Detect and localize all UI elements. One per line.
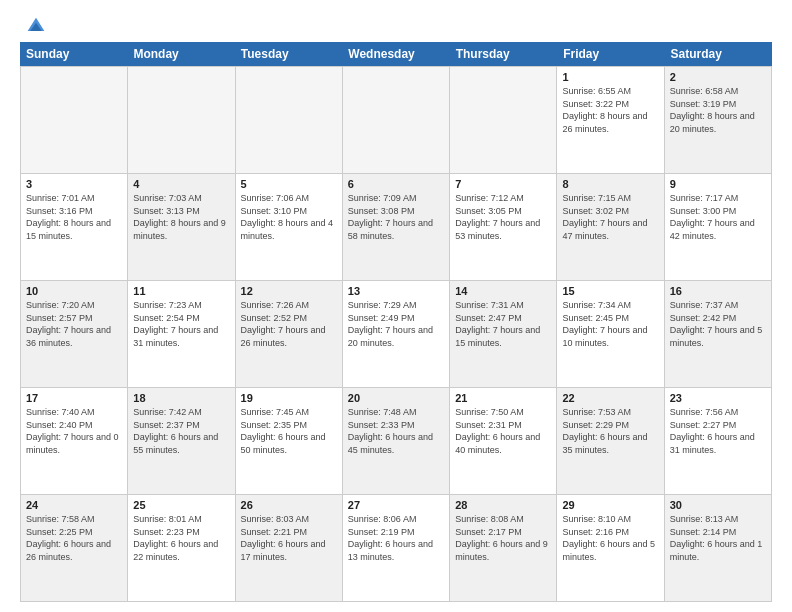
day-number: 6 [348, 178, 444, 190]
calendar-cell: 20Sunrise: 7:48 AMSunset: 2:33 PMDayligh… [343, 388, 450, 494]
day-info: Sunrise: 8:10 AMSunset: 2:16 PMDaylight:… [562, 513, 658, 563]
day-number: 21 [455, 392, 551, 404]
day-info: Sunrise: 8:03 AMSunset: 2:21 PMDaylight:… [241, 513, 337, 563]
calendar-cell [21, 67, 128, 173]
day-info: Sunrise: 7:58 AMSunset: 2:25 PMDaylight:… [26, 513, 122, 563]
day-info: Sunrise: 7:45 AMSunset: 2:35 PMDaylight:… [241, 406, 337, 456]
page: SundayMondayTuesdayWednesdayThursdayFrid… [0, 0, 792, 612]
day-info: Sunrise: 7:03 AMSunset: 3:13 PMDaylight:… [133, 192, 229, 242]
calendar-cell: 10Sunrise: 7:20 AMSunset: 2:57 PMDayligh… [21, 281, 128, 387]
day-info: Sunrise: 7:31 AMSunset: 2:47 PMDaylight:… [455, 299, 551, 349]
calendar-cell: 3Sunrise: 7:01 AMSunset: 3:16 PMDaylight… [21, 174, 128, 280]
weekday-header: Saturday [665, 42, 772, 66]
calendar-cell: 5Sunrise: 7:06 AMSunset: 3:10 PMDaylight… [236, 174, 343, 280]
calendar-cell: 23Sunrise: 7:56 AMSunset: 2:27 PMDayligh… [665, 388, 772, 494]
day-number: 1 [562, 71, 658, 83]
day-number: 12 [241, 285, 337, 297]
weekday-header: Friday [557, 42, 664, 66]
calendar-cell: 17Sunrise: 7:40 AMSunset: 2:40 PMDayligh… [21, 388, 128, 494]
logo [20, 16, 46, 32]
calendar-cell: 2Sunrise: 6:58 AMSunset: 3:19 PMDaylight… [665, 67, 772, 173]
calendar-cell: 14Sunrise: 7:31 AMSunset: 2:47 PMDayligh… [450, 281, 557, 387]
day-info: Sunrise: 8:13 AMSunset: 2:14 PMDaylight:… [670, 513, 766, 563]
header [20, 16, 772, 32]
day-number: 4 [133, 178, 229, 190]
day-info: Sunrise: 7:17 AMSunset: 3:00 PMDaylight:… [670, 192, 766, 242]
day-number: 26 [241, 499, 337, 511]
day-info: Sunrise: 7:01 AMSunset: 3:16 PMDaylight:… [26, 192, 122, 242]
day-number: 18 [133, 392, 229, 404]
day-info: Sunrise: 7:56 AMSunset: 2:27 PMDaylight:… [670, 406, 766, 456]
day-number: 25 [133, 499, 229, 511]
calendar-cell [450, 67, 557, 173]
calendar-cell: 9Sunrise: 7:17 AMSunset: 3:00 PMDaylight… [665, 174, 772, 280]
calendar-cell: 13Sunrise: 7:29 AMSunset: 2:49 PMDayligh… [343, 281, 450, 387]
day-info: Sunrise: 8:06 AMSunset: 2:19 PMDaylight:… [348, 513, 444, 563]
weekday-header: Tuesday [235, 42, 342, 66]
day-info: Sunrise: 7:06 AMSunset: 3:10 PMDaylight:… [241, 192, 337, 242]
calendar-cell: 19Sunrise: 7:45 AMSunset: 2:35 PMDayligh… [236, 388, 343, 494]
day-info: Sunrise: 7:29 AMSunset: 2:49 PMDaylight:… [348, 299, 444, 349]
calendar-cell: 24Sunrise: 7:58 AMSunset: 2:25 PMDayligh… [21, 495, 128, 601]
day-info: Sunrise: 6:58 AMSunset: 3:19 PMDaylight:… [670, 85, 766, 135]
day-number: 3 [26, 178, 122, 190]
logo-icon [26, 16, 46, 36]
calendar-cell: 30Sunrise: 8:13 AMSunset: 2:14 PMDayligh… [665, 495, 772, 601]
calendar-cell: 1Sunrise: 6:55 AMSunset: 3:22 PMDaylight… [557, 67, 664, 173]
calendar-cell: 4Sunrise: 7:03 AMSunset: 3:13 PMDaylight… [128, 174, 235, 280]
day-info: Sunrise: 8:01 AMSunset: 2:23 PMDaylight:… [133, 513, 229, 563]
day-number: 8 [562, 178, 658, 190]
day-number: 24 [26, 499, 122, 511]
calendar-cell [128, 67, 235, 173]
calendar-cell: 25Sunrise: 8:01 AMSunset: 2:23 PMDayligh… [128, 495, 235, 601]
day-number: 20 [348, 392, 444, 404]
day-number: 19 [241, 392, 337, 404]
weekday-header: Thursday [450, 42, 557, 66]
day-info: Sunrise: 7:09 AMSunset: 3:08 PMDaylight:… [348, 192, 444, 242]
day-number: 13 [348, 285, 444, 297]
calendar-cell: 16Sunrise: 7:37 AMSunset: 2:42 PMDayligh… [665, 281, 772, 387]
day-info: Sunrise: 7:34 AMSunset: 2:45 PMDaylight:… [562, 299, 658, 349]
calendar-cell: 6Sunrise: 7:09 AMSunset: 3:08 PMDaylight… [343, 174, 450, 280]
calendar-cell: 8Sunrise: 7:15 AMSunset: 3:02 PMDaylight… [557, 174, 664, 280]
calendar-cell: 22Sunrise: 7:53 AMSunset: 2:29 PMDayligh… [557, 388, 664, 494]
day-info: Sunrise: 7:37 AMSunset: 2:42 PMDaylight:… [670, 299, 766, 349]
calendar-cell: 7Sunrise: 7:12 AMSunset: 3:05 PMDaylight… [450, 174, 557, 280]
calendar-cell: 15Sunrise: 7:34 AMSunset: 2:45 PMDayligh… [557, 281, 664, 387]
calendar-week: 3Sunrise: 7:01 AMSunset: 3:16 PMDaylight… [21, 174, 772, 281]
day-number: 17 [26, 392, 122, 404]
day-number: 10 [26, 285, 122, 297]
day-number: 29 [562, 499, 658, 511]
calendar-cell: 28Sunrise: 8:08 AMSunset: 2:17 PMDayligh… [450, 495, 557, 601]
day-number: 7 [455, 178, 551, 190]
calendar-week: 24Sunrise: 7:58 AMSunset: 2:25 PMDayligh… [21, 495, 772, 602]
day-number: 14 [455, 285, 551, 297]
day-info: Sunrise: 7:12 AMSunset: 3:05 PMDaylight:… [455, 192, 551, 242]
calendar-body: 1Sunrise: 6:55 AMSunset: 3:22 PMDaylight… [20, 66, 772, 602]
calendar-cell [236, 67, 343, 173]
day-number: 11 [133, 285, 229, 297]
day-info: Sunrise: 7:23 AMSunset: 2:54 PMDaylight:… [133, 299, 229, 349]
day-info: Sunrise: 6:55 AMSunset: 3:22 PMDaylight:… [562, 85, 658, 135]
day-number: 15 [562, 285, 658, 297]
day-info: Sunrise: 7:50 AMSunset: 2:31 PMDaylight:… [455, 406, 551, 456]
day-info: Sunrise: 7:42 AMSunset: 2:37 PMDaylight:… [133, 406, 229, 456]
calendar-cell: 12Sunrise: 7:26 AMSunset: 2:52 PMDayligh… [236, 281, 343, 387]
day-info: Sunrise: 7:26 AMSunset: 2:52 PMDaylight:… [241, 299, 337, 349]
day-number: 27 [348, 499, 444, 511]
day-number: 30 [670, 499, 766, 511]
weekday-header: Sunday [20, 42, 127, 66]
day-number: 9 [670, 178, 766, 190]
day-number: 23 [670, 392, 766, 404]
calendar-cell: 29Sunrise: 8:10 AMSunset: 2:16 PMDayligh… [557, 495, 664, 601]
calendar-cell: 27Sunrise: 8:06 AMSunset: 2:19 PMDayligh… [343, 495, 450, 601]
day-info: Sunrise: 7:40 AMSunset: 2:40 PMDaylight:… [26, 406, 122, 456]
day-info: Sunrise: 8:08 AMSunset: 2:17 PMDaylight:… [455, 513, 551, 563]
day-info: Sunrise: 7:15 AMSunset: 3:02 PMDaylight:… [562, 192, 658, 242]
calendar-week: 10Sunrise: 7:20 AMSunset: 2:57 PMDayligh… [21, 281, 772, 388]
calendar-cell [343, 67, 450, 173]
day-number: 28 [455, 499, 551, 511]
calendar: SundayMondayTuesdayWednesdayThursdayFrid… [20, 42, 772, 602]
weekday-header: Wednesday [342, 42, 449, 66]
weekday-header: Monday [127, 42, 234, 66]
